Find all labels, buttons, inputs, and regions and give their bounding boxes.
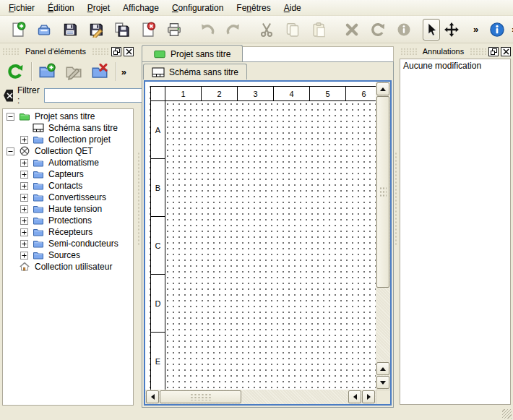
menu-affichage[interactable]: Affichage — [116, 1, 165, 15]
left-splitter[interactable] — [137, 43, 141, 420]
frame-row-label: E — [151, 333, 165, 390]
undo-history-list[interactable]: Aucune modification — [400, 59, 511, 405]
titlebar-texture — [400, 48, 417, 55]
plus-expander-icon[interactable] — [20, 240, 28, 248]
vertical-scrollbar[interactable] — [376, 82, 390, 390]
menu-configuration[interactable]: Configuration — [165, 1, 230, 15]
tree-item-recepteurs[interactable]: Récepteurs — [3, 226, 133, 238]
clear-filter-icon[interactable] — [4, 90, 13, 102]
toolbar-overflow-button[interactable]: » — [470, 22, 481, 36]
element-info-button[interactable] — [395, 19, 413, 40]
window-resize-grip[interactable] — [502, 409, 512, 419]
menu-aide[interactable]: Aide — [277, 1, 308, 15]
tree-item-collection-qet[interactable]: Collection QET — [3, 145, 133, 157]
frame-column-label: 2 — [202, 87, 238, 101]
elements-tree[interactable]: Projet sans titreSchéma sans titreCollec… — [2, 108, 134, 406]
plus-expander-icon[interactable] — [20, 182, 28, 190]
minus-expander-icon[interactable] — [7, 147, 14, 155]
tree-item-collection-utilisateur[interactable]: Collection utilisateur — [3, 261, 133, 273]
blue-folder-icon — [33, 215, 44, 226]
project-icon — [154, 50, 165, 59]
menu-fichier[interactable]: Fichier — [2, 1, 41, 15]
menu-fenetres[interactable]: Fenêtres — [230, 1, 277, 15]
plus-expander-icon[interactable] — [20, 171, 28, 179]
move-tool-button[interactable] — [443, 19, 460, 40]
scroll-left-button[interactable] — [146, 390, 159, 403]
plus-expander-icon[interactable] — [20, 228, 28, 236]
close-document-button[interactable] — [139, 19, 157, 40]
delete-category-button[interactable] — [90, 61, 111, 82]
new-document-button[interactable] — [9, 19, 27, 40]
tree-item-protections[interactable]: Protections — [3, 215, 133, 226]
plus-expander-icon[interactable] — [20, 159, 28, 167]
close-panel-icon[interactable] — [501, 47, 511, 56]
tree-item-convertisseurs[interactable]: Convertisseurs — [3, 192, 133, 203]
delete-button[interactable] — [343, 19, 361, 40]
blue-folder-icon — [33, 249, 44, 261]
frame-row-label: C — [151, 217, 165, 275]
rotate-button[interactable] — [369, 19, 387, 40]
about-info-button[interactable] — [488, 19, 506, 40]
toolbar-overflow-button[interactable]: » — [509, 22, 513, 36]
minus-expander-icon[interactable] — [7, 113, 14, 121]
scroll-up-button-2[interactable] — [376, 362, 389, 375]
tree-item-schema-sans-titre[interactable]: Schéma sans titre — [3, 122, 133, 134]
scroll-left-button-2[interactable] — [348, 390, 361, 403]
open-document-button[interactable] — [35, 19, 53, 40]
scroll-down-button[interactable] — [376, 376, 389, 389]
plus-expander-icon[interactable] — [20, 205, 28, 213]
scroll-up-button[interactable] — [376, 82, 389, 95]
tree-item-haute-tension[interactable]: Haute tension — [3, 203, 133, 215]
float-panel-icon[interactable] — [111, 47, 121, 56]
menu-edition[interactable]: Édition — [41, 1, 81, 15]
frame-column-label: 6 — [346, 87, 376, 101]
tree-item-sources[interactable]: Sources — [3, 249, 133, 261]
undo-button[interactable] — [199, 19, 216, 40]
blue-folder-icon — [33, 226, 44, 238]
horizontal-scrollbar[interactable] — [145, 390, 376, 404]
vertical-scroll-thumb[interactable] — [376, 96, 389, 288]
plus-expander-icon[interactable] — [20, 194, 28, 202]
save-button[interactable] — [61, 19, 79, 40]
tree-item-label: Collection projet — [48, 134, 111, 145]
edit-category-button[interactable] — [63, 61, 84, 82]
save-all-button[interactable] — [113, 19, 131, 40]
menu-bar: FichierÉditionProjetAffichageConfigurati… — [0, 0, 513, 16]
redo-button[interactable] — [225, 19, 242, 40]
print-button[interactable] — [165, 19, 183, 40]
copy-button[interactable] — [284, 19, 301, 40]
tab-schema[interactable]: Schéma sans titre — [143, 64, 247, 80]
plus-expander-icon[interactable] — [20, 252, 28, 260]
tree-item-label: Sources — [48, 250, 80, 260]
tree-item-capteurs[interactable]: Capteurs — [3, 168, 133, 180]
project-tab-label: Projet sans titre — [171, 49, 230, 59]
undo-list-item[interactable]: Aucune modification — [402, 60, 508, 72]
project-window: Schéma sans titre 123456 ABCDE — [142, 61, 394, 408]
plus-expander-icon[interactable] — [20, 217, 28, 225]
save-as-button[interactable] — [87, 19, 105, 40]
tree-item-projet-sans-titre[interactable]: Projet sans titre — [3, 111, 133, 122]
paste-button[interactable] — [310, 19, 327, 40]
select-tool-button[interactable] — [423, 19, 440, 40]
plus-expander-icon[interactable] — [20, 136, 28, 144]
filter-label: Filtrer : — [17, 85, 40, 106]
panel-toolbar-overflow-button[interactable]: » — [118, 65, 129, 79]
green-folder-icon — [19, 111, 30, 122]
elements-panel-toolbar: » — [0, 59, 136, 84]
float-panel-icon[interactable] — [488, 47, 499, 56]
horizontal-scroll-thumb[interactable] — [160, 390, 241, 403]
scroll-right-button[interactable] — [362, 390, 375, 403]
schema-tab-bar: Schéma sans titre — [143, 63, 392, 80]
cut-button[interactable] — [258, 19, 275, 40]
close-panel-icon[interactable] — [124, 47, 134, 56]
diagram-canvas[interactable]: 123456 ABCDE — [145, 82, 376, 390]
new-category-button[interactable] — [37, 61, 58, 82]
tree-item-automatisme[interactable]: Automatisme — [3, 157, 133, 168]
reload-collections-button[interactable] — [5, 61, 26, 82]
tab-project[interactable]: Projet sans titre — [142, 45, 243, 62]
tree-item-semi-conducteurs[interactable]: Semi-conducteurs — [3, 238, 133, 249]
menu-projet[interactable]: Projet — [81, 1, 116, 15]
tree-item-contacts[interactable]: Contacts — [3, 180, 133, 192]
tree-item-label: Protections — [48, 215, 92, 226]
tree-item-collection-projet[interactable]: Collection projet — [3, 134, 133, 145]
